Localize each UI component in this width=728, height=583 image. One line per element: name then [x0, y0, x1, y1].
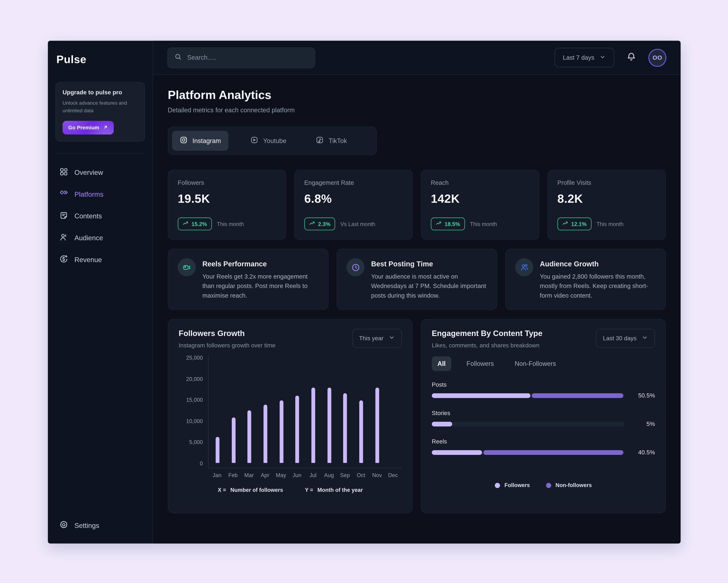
sidebar: Pulse Upgrade to pulse pro Unlock advanc…	[48, 41, 153, 544]
followers-growth-chart: 25,00020,00015,00010,0005,0000	[179, 355, 402, 468]
engagement-bars: Posts 50.5% Stories 5%	[432, 382, 655, 456]
go-premium-button[interactable]: Go Premium	[62, 121, 114, 134]
trending-up-icon	[183, 220, 189, 228]
trend-value: 2.3%	[318, 221, 331, 227]
insight-body: Your Reels get 3.2x more engagement than…	[203, 272, 318, 301]
stat-label: Profile Visits	[557, 179, 656, 186]
sidebar-spacer	[55, 269, 145, 516]
growth-range-label: This year	[359, 335, 383, 342]
filter-tab-non-followers[interactable]: Non-Followers	[509, 356, 562, 371]
trending-up-icon	[562, 220, 568, 228]
tab-youtube[interactable]: Youtube	[243, 131, 294, 151]
upgrade-body: Unlock advance features and unlimited da…	[62, 99, 138, 114]
stat-caption: This month	[470, 221, 497, 227]
stat-caption: This month	[217, 221, 244, 227]
bell-icon	[626, 52, 636, 63]
trending-up-icon	[309, 220, 315, 228]
bar-track	[432, 450, 625, 455]
insight-body: Your audience is most active on Wednesda…	[371, 272, 487, 301]
legend-label: Non-followers	[555, 483, 592, 488]
sidebar-item-label: Settings	[75, 522, 99, 529]
engagement-legend: Followers Non-followers	[432, 483, 655, 488]
clock-icon	[346, 258, 364, 276]
person-icon	[59, 232, 68, 243]
trend-badge: 18.5%	[431, 217, 465, 230]
sidebar-item-label: Audience	[75, 234, 103, 241]
footnote-x-value: Number of followers	[230, 487, 283, 493]
bar-track	[432, 393, 625, 398]
tab-instagram[interactable]: Instagram	[172, 131, 228, 151]
search-input[interactable]	[187, 54, 308, 61]
sidebar-item-settings[interactable]: Settings	[55, 516, 145, 535]
stat-label: Reach	[431, 179, 529, 186]
followers-dot-icon	[495, 483, 500, 488]
app-logo: Pulse	[55, 50, 145, 66]
sidebar-item-label: Platforms	[75, 190, 103, 198]
engagement-panel: Engagement By Content Type Likes, commen…	[421, 319, 666, 513]
bar-value: 5%	[631, 421, 655, 427]
go-premium-label: Go Premium	[68, 125, 99, 130]
bar-sep	[343, 393, 347, 463]
avatar[interactable]: OO	[648, 49, 666, 67]
bar-jun	[295, 396, 299, 463]
followers-segment	[432, 422, 452, 427]
tab-label: Youtube	[263, 137, 287, 144]
search-box[interactable]	[167, 47, 315, 68]
x-tick: Aug	[321, 473, 337, 478]
x-tick: Apr	[257, 473, 273, 478]
trend-badge: 15.2%	[178, 217, 212, 230]
x-tick: May	[273, 473, 289, 478]
engagement-range-select[interactable]: Last 30 days	[596, 329, 655, 348]
chevron-down-icon	[389, 335, 395, 342]
tab-label: Instagram	[192, 137, 221, 144]
engagement-range-label: Last 30 days	[603, 335, 636, 342]
insight-cards: Reels Performance Your Reels get 3.2x mo…	[168, 249, 666, 310]
stat-label: Followers	[178, 179, 277, 186]
stat-value: 142K	[431, 192, 529, 206]
insight-reels-performance: Reels Performance Your Reels get 3.2x mo…	[168, 249, 329, 310]
bar-may	[279, 400, 283, 463]
x-tick: Nov	[369, 473, 385, 478]
sidebar-item-label: Overview	[75, 168, 103, 176]
footnote-y-label: Y =	[305, 487, 313, 493]
bar-mar	[248, 410, 251, 463]
stat-label: Engagement Rate	[304, 179, 403, 186]
y-tick: 20,000	[179, 377, 203, 382]
main-area: Last 7 days OO Plat	[153, 41, 680, 544]
x-tick: Jun	[289, 473, 305, 478]
x-tick: Oct	[353, 473, 369, 478]
panel-title: Followers Growth	[179, 329, 276, 338]
y-tick: 10,000	[179, 419, 203, 424]
sidebar-item-audience[interactable]: Audience	[55, 228, 145, 247]
legend-label: Followers	[504, 483, 530, 488]
growth-range-select[interactable]: This year	[352, 329, 402, 348]
stat-card-profile-visits: Profile Visits 8.2K 12.1% This month	[547, 170, 666, 240]
chart-footnote: X = Number of followers Y = Month of the…	[179, 487, 402, 493]
filter-tab-followers[interactable]: Followers	[461, 356, 500, 371]
instagram-icon	[180, 136, 188, 145]
filter-tab-all[interactable]: All	[432, 356, 451, 371]
growth-bars	[210, 355, 401, 463]
x-tick: Sep	[337, 473, 353, 478]
content: Platform Analytics Detailed metrics for …	[153, 75, 680, 544]
y-tick: 25,000	[179, 355, 203, 361]
bar-feb	[232, 418, 235, 463]
sidebar-item-overview[interactable]: Overview	[55, 163, 145, 182]
sidebar-item-label: Contents	[75, 212, 102, 220]
upgrade-section: Upgrade to pulse pro Unlock advance feat…	[55, 66, 145, 153]
sidebar-item-platforms[interactable]: Platforms	[55, 185, 145, 204]
video-camera-icon	[178, 258, 196, 276]
upgrade-card: Upgrade to pulse pro Unlock advance feat…	[55, 82, 145, 141]
sidebar-item-contents[interactable]: Contents	[55, 206, 145, 225]
tiktok-icon	[316, 136, 324, 145]
notifications-button[interactable]	[626, 52, 636, 63]
sidebar-item-revenue[interactable]: Revenue	[55, 250, 145, 269]
chevron-down-icon	[642, 335, 648, 342]
tab-tiktok[interactable]: TikTok	[308, 131, 355, 151]
trend-value: 12.1%	[571, 221, 587, 227]
growth-y-axis: 25,00020,00015,00010,0005,0000	[179, 355, 208, 468]
topbar-right: Last 7 days OO	[554, 48, 667, 67]
date-range-select[interactable]: Last 7 days	[554, 48, 614, 67]
panel-subtitle: Likes, comments, and shares breakdown	[432, 342, 542, 349]
followers-segment	[432, 393, 530, 398]
